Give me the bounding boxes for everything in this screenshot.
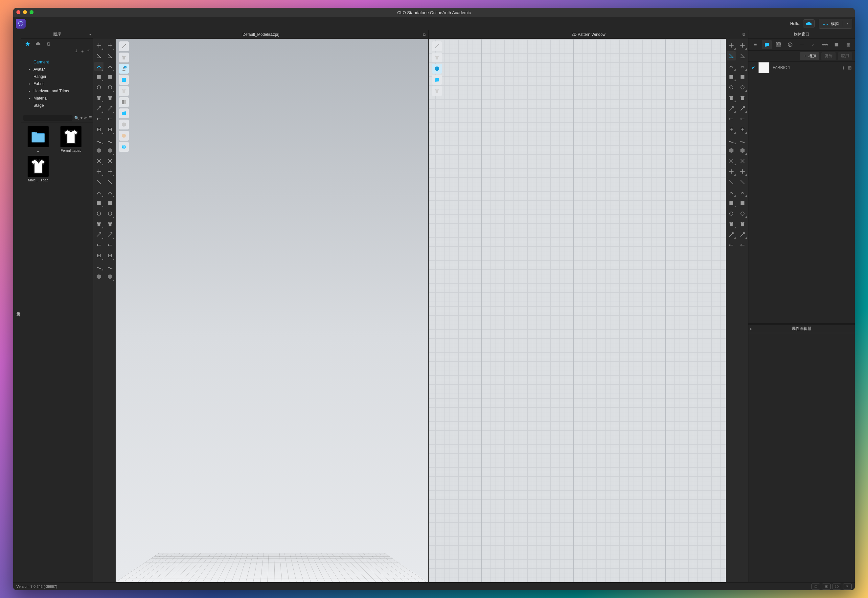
scene-shaded-icon[interactable] — [119, 97, 129, 107]
add-button[interactable]: ＋增加 — [800, 52, 819, 60]
view-3d-button[interactable]: 3D — [822, 583, 831, 589]
app-logo[interactable] — [16, 19, 25, 28]
scene2d-garment-icon[interactable] — [432, 52, 442, 63]
tool-button[interactable] — [106, 272, 115, 281]
tool-button[interactable] — [106, 41, 115, 50]
tool-button[interactable] — [727, 188, 736, 197]
library-item[interactable]: .. — [24, 126, 52, 152]
library-tab-favorite[interactable] — [23, 40, 32, 48]
refresh-view-icon[interactable]: ⟳ — [843, 583, 852, 589]
tool-button[interactable] — [94, 51, 103, 60]
popout-icon[interactable]: ⧉ — [743, 32, 745, 37]
tool-button[interactable] — [106, 209, 115, 218]
tool-button[interactable] — [94, 135, 103, 145]
tool-button[interactable] — [94, 251, 103, 260]
view-2d-button[interactable]: 2D — [832, 583, 841, 589]
tool-button[interactable] — [94, 62, 103, 71]
tool-button[interactable] — [106, 83, 115, 92]
tool-button[interactable] — [94, 199, 103, 208]
tool-button[interactable] — [106, 51, 115, 60]
scene2d-info-icon[interactable]: i — [432, 64, 442, 73]
tool-button[interactable] — [738, 114, 747, 124]
tool-button[interactable] — [727, 167, 736, 176]
tool-button[interactable] — [106, 199, 115, 208]
tool-button[interactable] — [94, 72, 103, 81]
tool-button[interactable] — [94, 262, 103, 271]
search-icon[interactable]: 🔍 — [74, 116, 79, 120]
tool-button[interactable] — [727, 41, 736, 50]
tool-button[interactable] — [738, 167, 747, 176]
tool-button[interactable] — [727, 209, 736, 218]
tool-button[interactable] — [738, 62, 747, 71]
copy-button[interactable]: 复制 — [821, 52, 836, 60]
tool-button[interactable] — [94, 178, 103, 187]
tool-button[interactable] — [727, 178, 736, 187]
scene-garment-icon[interactable] — [119, 52, 129, 63]
tool-button[interactable] — [738, 199, 747, 208]
download-icon[interactable]: ⤓ — [75, 49, 78, 57]
tool-button[interactable] — [738, 125, 747, 134]
tree-item-material[interactable]: ▸Material — [21, 95, 93, 102]
tree-item-hanger[interactable]: Hanger — [21, 73, 93, 80]
tool-button[interactable] — [94, 125, 103, 134]
library-tab-cloud[interactable] — [33, 40, 43, 48]
tool-button[interactable] — [727, 220, 736, 229]
tool-button[interactable] — [106, 262, 115, 271]
tab-topstitch-icon[interactable] — [832, 40, 841, 49]
tool-button[interactable] — [106, 241, 115, 250]
tool-button[interactable] — [727, 241, 736, 250]
tab-seam-icon[interactable]: ⟋ — [808, 40, 818, 49]
list-view-icon[interactable]: ☰ — [88, 116, 92, 120]
tree-item-fabric[interactable]: ▸Fabric — [21, 80, 93, 87]
tool-button[interactable] — [106, 230, 115, 239]
tool-button[interactable] — [738, 93, 747, 103]
back-icon[interactable]: ↶ — [87, 49, 90, 57]
tool-button[interactable] — [94, 156, 103, 166]
layout-split-icon[interactable]: ◫ — [811, 583, 820, 589]
tool-button[interactable] — [94, 114, 103, 124]
tool-button[interactable] — [738, 135, 747, 145]
dropdown-icon[interactable]: ▾ — [81, 116, 82, 120]
tab-fabric-icon[interactable] — [762, 40, 771, 49]
cloud-account-button[interactable] — [803, 19, 815, 28]
tree-item-avatar[interactable]: ▸Avatar — [21, 66, 93, 73]
tool-button[interactable] — [94, 167, 103, 176]
tool-button[interactable] — [94, 209, 103, 218]
tool-button[interactable] — [727, 62, 736, 71]
tool-button[interactable] — [106, 220, 115, 229]
scene-shirt-icon[interactable] — [119, 86, 129, 96]
tool-button[interactable] — [106, 178, 115, 187]
tool-button[interactable] — [727, 72, 736, 81]
tool-button[interactable] — [727, 104, 736, 113]
tool-button[interactable] — [727, 199, 736, 208]
tool-button[interactable] — [94, 188, 103, 197]
expand-icon[interactable]: ▸ — [750, 327, 752, 330]
scene-avatar-info-icon[interactable]: i — [119, 64, 129, 73]
scene-head-icon[interactable] — [119, 131, 129, 141]
tool-button[interactable] — [727, 230, 736, 239]
tree-item-garment[interactable]: Garment — [21, 58, 93, 66]
tool-button[interactable] — [727, 114, 736, 124]
tab-button-icon[interactable] — [785, 40, 795, 49]
tool-button[interactable] — [738, 209, 747, 218]
tool-button[interactable] — [738, 83, 747, 92]
tool-button[interactable] — [738, 188, 747, 197]
scene-probe-icon[interactable] — [119, 41, 129, 51]
library-tab-store[interactable] — [44, 40, 53, 48]
tool-button[interactable] — [106, 104, 115, 113]
tree-item-stage[interactable]: Stage — [21, 102, 93, 109]
tool-button[interactable] — [738, 51, 747, 60]
scene-cube-icon[interactable] — [119, 120, 129, 130]
tool-button[interactable] — [94, 272, 103, 281]
tool-button[interactable] — [738, 230, 747, 239]
tool-button[interactable] — [106, 146, 115, 155]
tool-button[interactable] — [106, 62, 115, 71]
tool-button[interactable] — [727, 135, 736, 145]
scene2d-probe-icon[interactable] — [432, 41, 442, 51]
tab-scene-icon[interactable]: ☰ — [750, 40, 760, 49]
tool-button[interactable] — [727, 156, 736, 166]
tool-button[interactable] — [727, 93, 736, 103]
tool-button[interactable] — [106, 251, 115, 260]
tool-button[interactable] — [106, 93, 115, 103]
popout-icon[interactable]: ⧉ — [423, 32, 426, 37]
